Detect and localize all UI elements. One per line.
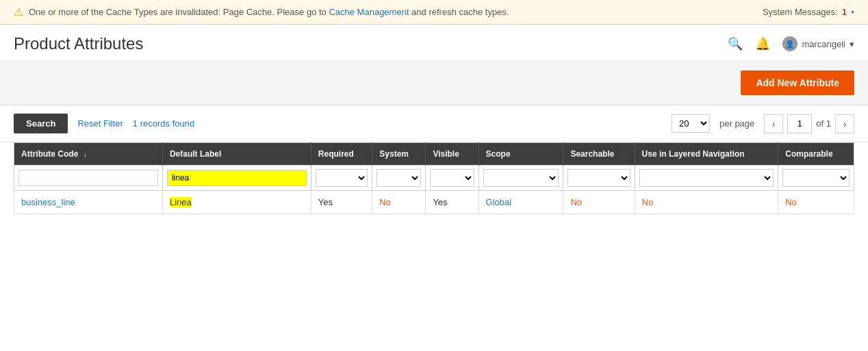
filter-system-select[interactable]: Yes No [376, 169, 421, 187]
cell-searchable: No [563, 191, 635, 214]
toolbar: Add New Attribute [0, 61, 868, 105]
col-header-searchable: Searchable [563, 143, 635, 166]
records-found: 1 records found [133, 118, 194, 129]
search-icon[interactable]: 🔍 [728, 36, 743, 51]
scope-link[interactable]: Global [486, 197, 512, 207]
pagination: 20 50 100 per page ‹ of 1 › [672, 114, 854, 133]
system-messages-count: 1 [842, 7, 847, 17]
cell-layered-nav: No [635, 191, 778, 214]
filter-cell-attribute-code [14, 166, 163, 191]
filter-required-select[interactable]: Yes No [316, 169, 368, 187]
search-bar: Search Reset Filter 1 records found 20 5… [0, 105, 868, 142]
cell-required: Yes [311, 191, 372, 214]
system-messages-label: System Messages: [763, 7, 838, 17]
sort-icon-attribute-code[interactable]: ↓ [84, 151, 87, 158]
filter-cell-scope: Global Website Store View [478, 166, 563, 191]
filter-visible-select[interactable]: Yes No [430, 169, 474, 187]
system-link[interactable]: No [379, 197, 391, 207]
table-wrapper: Attribute Code ↓ Default Label Required … [0, 142, 868, 228]
cell-comparable: No [778, 191, 854, 214]
filter-cell-searchable: Yes No [563, 166, 635, 191]
alert-dropdown-chevron[interactable]: ▾ [851, 8, 854, 16]
searchable-link[interactable]: No [570, 197, 582, 207]
default-label-value: Linea [170, 197, 192, 207]
filter-cell-default-label [162, 166, 311, 191]
alert-message-after: and refresh cache types. [409, 7, 509, 17]
user-name: marcangeli [802, 39, 845, 49]
filter-cell-system: Yes No [372, 166, 426, 191]
cell-attribute-code: business_line [14, 191, 163, 214]
alert-bar-left: ⚠ One or more of the Cache Types are inv… [14, 5, 509, 18]
comparable-link[interactable]: No [785, 197, 797, 207]
col-header-system: System [372, 143, 426, 166]
reset-filter-button[interactable]: Reset Filter [77, 118, 123, 129]
col-header-default-label: Default Label [162, 143, 311, 166]
filter-cell-comparable: Yes No [778, 166, 854, 191]
alert-bar: ⚠ One or more of the Cache Types are inv… [0, 0, 868, 25]
table-row: business_line Linea Yes No Yes Global No… [14, 191, 854, 214]
bell-icon[interactable]: 🔔 [755, 36, 770, 51]
user-menu[interactable]: 👤 marcangeli ▾ [782, 36, 854, 51]
attribute-code-link[interactable]: business_line [21, 197, 75, 207]
page-total: of 1 [816, 118, 831, 129]
per-page-select: 20 50 100 [672, 114, 710, 133]
user-menu-chevron: ▾ [850, 39, 854, 49]
cell-visible: Yes [426, 191, 478, 214]
alert-message-before: One or more of the Cache Types are inval… [29, 7, 329, 17]
col-label-attribute-code: Attribute Code [21, 149, 78, 159]
header-actions: 🔍 🔔 👤 marcangeli ▾ [728, 36, 854, 51]
layered-nav-link[interactable]: No [642, 197, 654, 207]
filter-cell-layered-nav: Yes No [635, 166, 778, 191]
col-header-attribute-code: Attribute Code ↓ [14, 143, 163, 166]
alert-right: System Messages: 1 ▾ [763, 7, 854, 17]
cache-management-link[interactable]: Cache Management [329, 7, 409, 17]
attributes-table: Attribute Code ↓ Default Label Required … [14, 142, 854, 214]
page-number-input[interactable] [787, 114, 812, 133]
filter-searchable-select[interactable]: Yes No [567, 169, 630, 187]
user-avatar-icon: 👤 [785, 40, 795, 49]
alert-icon: ⚠ [14, 5, 23, 18]
filter-cell-visible: Yes No [426, 166, 478, 191]
col-header-required: Required [311, 143, 372, 166]
alert-text: One or more of the Cache Types are inval… [29, 7, 509, 17]
filter-attribute-code-input[interactable] [18, 170, 158, 186]
col-header-comparable: Comparable [778, 143, 854, 166]
filter-layered-nav-select[interactable]: Yes No [639, 169, 774, 187]
cell-system: No [372, 191, 426, 214]
page-title: Product Attributes [14, 34, 143, 53]
user-avatar: 👤 [782, 36, 797, 51]
col-header-visible: Visible [426, 143, 478, 166]
per-page-dropdown[interactable]: 20 50 100 [672, 114, 710, 133]
filter-comparable-select[interactable]: Yes No [782, 169, 850, 187]
filter-row: Yes No Yes No Yes No [14, 166, 854, 191]
col-header-scope: Scope [478, 143, 563, 166]
header: Product Attributes 🔍 🔔 👤 marcangeli ▾ [0, 25, 868, 61]
filter-cell-required: Yes No [311, 166, 372, 191]
previous-page-button[interactable]: ‹ [764, 114, 783, 133]
add-new-attribute-button[interactable]: Add New Attribute [741, 70, 854, 95]
table-header-row: Attribute Code ↓ Default Label Required … [14, 143, 854, 166]
search-button[interactable]: Search [14, 114, 68, 133]
col-header-layered-nav: Use in Layered Navigation [635, 143, 778, 166]
filter-scope-select[interactable]: Global Website Store View [483, 169, 559, 187]
per-page-label: per page [719, 118, 754, 129]
next-page-button[interactable]: › [835, 114, 854, 133]
filter-default-label-input[interactable] [167, 170, 307, 186]
cell-default-label: Linea [162, 191, 311, 214]
cell-scope: Global [478, 191, 563, 214]
